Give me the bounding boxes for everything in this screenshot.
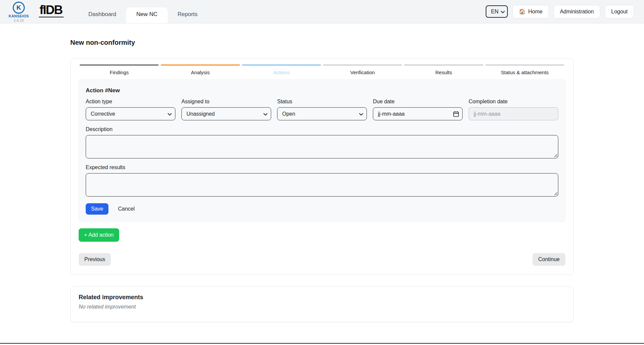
app-version: 2.6.10	[14, 18, 24, 22]
expected-results-label: Expected results	[86, 164, 558, 170]
home-button-label: Home	[528, 9, 543, 15]
logout-button[interactable]: Logout	[605, 5, 634, 18]
nav-item-new-nc[interactable]: New NC	[126, 7, 167, 23]
nav-item-reports[interactable]: Reports	[169, 7, 207, 23]
step-actions[interactable]: Actions	[242, 64, 321, 75]
wizard-steps: Findings Analysis Actions Verification R…	[79, 64, 565, 75]
field-action-type: Action type Corrective	[86, 99, 175, 120]
step-status-attachments[interactable]: Status & attachments	[485, 64, 564, 75]
due-date-label: Due date	[373, 99, 463, 105]
add-action-button[interactable]: + Add action	[79, 228, 119, 242]
home-icon: 🏠	[519, 9, 526, 14]
step-label: Results	[404, 70, 483, 75]
action-type-select[interactable]: Corrective	[86, 107, 175, 120]
previous-button[interactable]: Previous	[79, 253, 111, 266]
step-progress-bar	[404, 64, 483, 66]
related-improvements-title: Related improvements	[79, 294, 565, 301]
step-results[interactable]: Results	[404, 64, 483, 75]
action-form-panel: Action #New Action type Corrective	[79, 80, 565, 222]
logout-button-label: Logout	[611, 9, 628, 15]
step-progress-bar	[323, 64, 402, 66]
page-title: New non-conformity	[70, 39, 574, 46]
status-select[interactable]: Open	[277, 107, 367, 120]
header-toolbar: EN 🏠 Home Administration Logout	[486, 0, 634, 23]
brand-logo: K KANSEIOS 2.6.10	[5, 0, 33, 23]
description-label: Description	[86, 126, 558, 132]
description-textarea[interactable]	[86, 135, 558, 158]
nav-item-dashboard[interactable]: Dashboard	[80, 7, 125, 23]
action-form-heading: Action #New	[86, 87, 558, 94]
main-content: New non-conformity Findings Analysis Act…	[0, 23, 644, 322]
status-label: Status	[277, 99, 367, 105]
step-progress-bar	[242, 64, 321, 66]
step-analysis[interactable]: Analysis	[161, 64, 240, 75]
continue-button[interactable]: Continue	[533, 253, 565, 266]
main-nav: Dashboard New NC Reports	[80, 0, 206, 23]
field-due-date: Due date	[373, 99, 463, 120]
brand-name: KANSEIOS	[9, 14, 29, 18]
field-description: Description	[86, 126, 558, 158]
home-button[interactable]: 🏠 Home	[512, 5, 549, 18]
expected-results-textarea[interactable]	[86, 173, 558, 197]
administration-button[interactable]: Administration	[554, 5, 600, 18]
field-completion-date: Completion date	[469, 99, 558, 120]
logo-letter: K	[16, 4, 21, 11]
due-date-input[interactable]	[373, 107, 463, 120]
wizard-card: Findings Analysis Actions Verification R…	[70, 59, 574, 275]
kanseios-logo-icon: K	[13, 2, 25, 14]
fidb-logo: fIDB	[39, 4, 64, 17]
assigned-to-select[interactable]: Unassigned	[181, 107, 271, 120]
step-verification[interactable]: Verification	[323, 64, 402, 75]
app-header: K KANSEIOS 2.6.10 fIDB Dashboard New NC …	[0, 0, 644, 23]
field-assigned-to: Assigned to Unassigned	[181, 99, 271, 120]
completion-date-input	[469, 107, 558, 120]
save-button[interactable]: Save	[86, 203, 108, 215]
language-select[interactable]: EN	[486, 5, 508, 18]
step-label: Actions	[242, 70, 321, 75]
administration-button-label: Administration	[560, 9, 594, 15]
step-label: Status & attachments	[485, 70, 564, 75]
page-footer: © 2025 Kanseios — All rights reserved Te…	[0, 343, 644, 345]
cancel-button[interactable]: Cancel	[118, 206, 135, 212]
related-improvements-card: Related improvements No related improvem…	[70, 286, 574, 322]
language-select-wrap: EN	[486, 5, 508, 18]
step-label: Verification	[323, 70, 402, 75]
completion-date-label: Completion date	[469, 99, 558, 105]
field-status: Status Open	[277, 99, 367, 120]
action-type-label: Action type	[86, 99, 175, 105]
step-label: Analysis	[161, 70, 240, 75]
step-findings[interactable]: Findings	[80, 64, 159, 75]
calendar-icon[interactable]	[453, 111, 459, 117]
step-progress-bar	[80, 64, 159, 66]
step-label: Findings	[80, 70, 159, 75]
step-progress-bar	[161, 64, 240, 66]
field-expected-results: Expected results	[86, 164, 558, 197]
assigned-to-label: Assigned to	[181, 99, 271, 105]
related-improvements-empty-text: No related improvement	[79, 304, 565, 310]
step-progress-bar	[485, 64, 564, 66]
